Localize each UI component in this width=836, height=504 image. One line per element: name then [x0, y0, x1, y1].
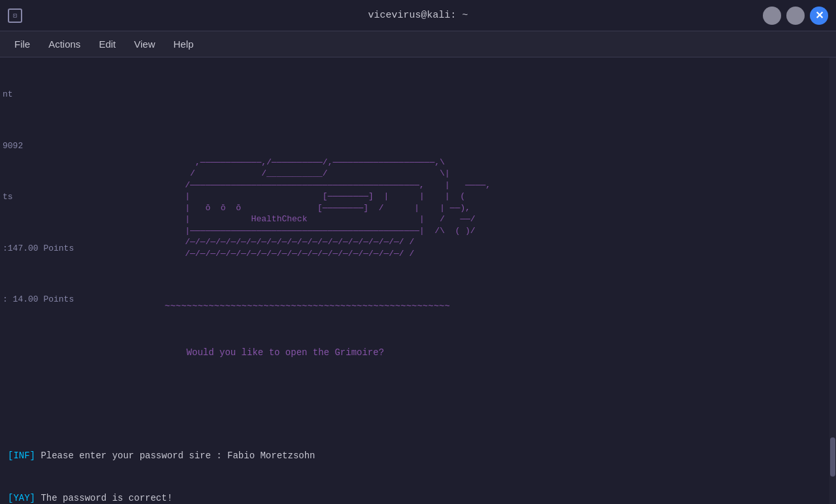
menu-file[interactable]: File	[7, 35, 38, 54]
title-bar: ⊡ vicevirus@kali: ~ ✕	[0, 0, 836, 31]
left-partial-text: nt 9092 ts :147.00 Points : 14.00 Points	[0, 63, 74, 332]
log-line-inf1: [INF] Please enter your password sire : …	[8, 449, 828, 464]
scrollbar[interactable]	[829, 57, 836, 504]
log-line-yay: [YAY] The password is correct!	[8, 491, 828, 504]
scrollbar-thumb[interactable]	[830, 437, 835, 477]
menu-view[interactable]: View	[126, 35, 163, 54]
window-icon[interactable]: ⊡	[8, 8, 22, 23]
window-controls: ✕	[763, 7, 828, 25]
menu-edit[interactable]: Edit	[91, 35, 123, 54]
grimoire-question: Would you like to open the Grimoire?	[165, 346, 828, 360]
ascii-art: ,————————————,/——————————/,—————————————…	[165, 145, 828, 271]
close-button[interactable]: ✕	[810, 7, 828, 25]
title-bar-left: ⊡	[8, 8, 22, 23]
menu-actions[interactable]: Actions	[40, 35, 88, 54]
menu-help[interactable]: Help	[165, 35, 201, 54]
window-title: vicevirus@kali: ~	[368, 10, 468, 21]
tilde-line: ~~~~~~~~~~~~~~~~~~~~~~~~~~~~~~~~~~~~~~~~…	[165, 300, 828, 313]
terminal-body: nt 9092 ts :147.00 Points : 14.00 Points…	[0, 57, 836, 504]
minimize-button[interactable]	[763, 7, 781, 25]
maximize-button[interactable]	[786, 7, 805, 25]
terminal-content: nt 9092 ts :147.00 Points : 14.00 Points…	[0, 57, 836, 504]
menu-bar: File Actions Edit View Help	[0, 31, 836, 57]
